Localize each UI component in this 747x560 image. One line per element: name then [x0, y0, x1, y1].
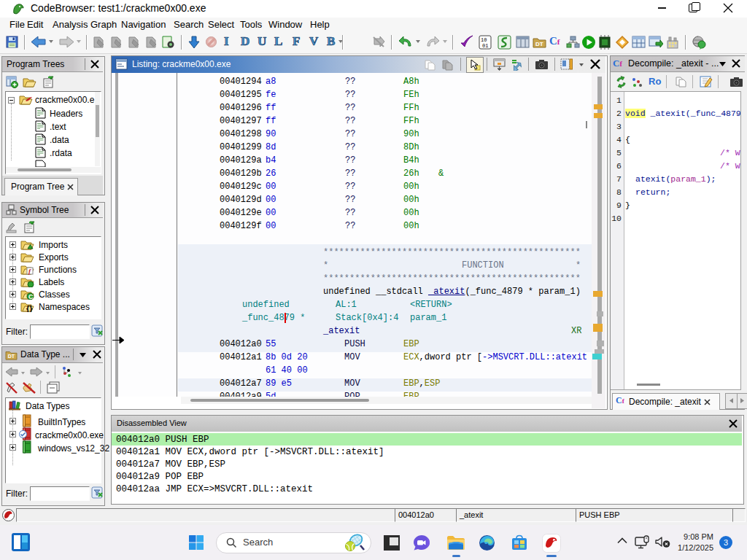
svg-text:01: 01 [482, 43, 488, 49]
svg-text:DT: DT [8, 354, 15, 359]
svg-text:{}: {} [26, 304, 33, 312]
svg-text:10: 10 [481, 37, 487, 43]
svg-text:DT: DT [535, 41, 543, 47]
svg-text:C: C [28, 293, 34, 300]
